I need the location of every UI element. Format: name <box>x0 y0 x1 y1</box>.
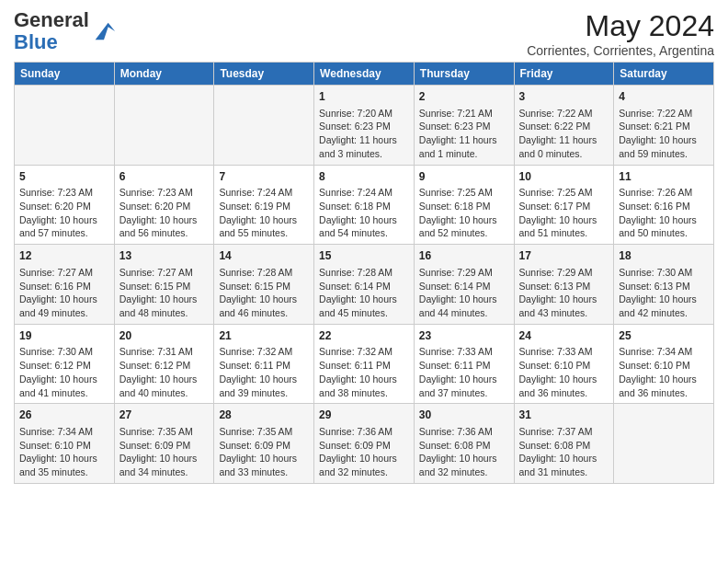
location-subtitle: Corrientes, Corrientes, Argentina <box>527 43 714 58</box>
calendar-cell: 15Sunrise: 7:28 AM Sunset: 6:14 PM Dayli… <box>314 245 415 325</box>
calendar-cell <box>114 86 214 166</box>
calendar-cell: 22Sunrise: 7:32 AM Sunset: 6:11 PM Dayli… <box>314 324 415 404</box>
day-info: Sunrise: 7:30 AM Sunset: 6:12 PM Dayligh… <box>19 346 97 397</box>
day-number: 18 <box>619 248 709 264</box>
day-number: 10 <box>519 169 609 185</box>
calendar-cell: 25Sunrise: 7:34 AM Sunset: 6:10 PM Dayli… <box>614 324 714 404</box>
day-info: Sunrise: 7:36 AM Sunset: 6:08 PM Dayligh… <box>419 426 497 477</box>
day-info: Sunrise: 7:34 AM Sunset: 6:10 PM Dayligh… <box>19 426 97 477</box>
calendar-cell: 19Sunrise: 7:30 AM Sunset: 6:12 PM Dayli… <box>15 324 115 404</box>
calendar-cell: 7Sunrise: 7:24 AM Sunset: 6:19 PM Daylig… <box>214 165 314 245</box>
day-info: Sunrise: 7:24 AM Sunset: 6:19 PM Dayligh… <box>219 187 297 238</box>
calendar-cell: 16Sunrise: 7:29 AM Sunset: 6:14 PM Dayli… <box>414 245 514 325</box>
calendar-cell: 23Sunrise: 7:33 AM Sunset: 6:11 PM Dayli… <box>414 324 514 404</box>
calendar-cell: 1Sunrise: 7:20 AM Sunset: 6:23 PM Daylig… <box>314 86 415 166</box>
logo: General Blue <box>14 9 117 53</box>
logo-blue: Blue <box>14 30 58 53</box>
day-info: Sunrise: 7:23 AM Sunset: 6:20 PM Dayligh… <box>119 187 198 238</box>
day-number: 2 <box>419 89 509 105</box>
calendar-week-4: 19Sunrise: 7:30 AM Sunset: 6:12 PM Dayli… <box>15 324 714 404</box>
col-tuesday: Tuesday <box>214 63 314 86</box>
day-number: 8 <box>319 169 409 185</box>
calendar-cell: 10Sunrise: 7:25 AM Sunset: 6:17 PM Dayli… <box>514 165 614 245</box>
calendar-cell: 6Sunrise: 7:23 AM Sunset: 6:20 PM Daylig… <box>114 165 214 245</box>
day-number: 5 <box>19 169 109 185</box>
day-info: Sunrise: 7:22 AM Sunset: 6:22 PM Dayligh… <box>519 108 597 159</box>
calendar-cell: 29Sunrise: 7:36 AM Sunset: 6:09 PM Dayli… <box>314 404 415 484</box>
svg-marker-0 <box>96 23 115 40</box>
day-number: 3 <box>519 89 609 105</box>
calendar-week-1: 1Sunrise: 7:20 AM Sunset: 6:23 PM Daylig… <box>15 86 714 166</box>
day-info: Sunrise: 7:31 AM Sunset: 6:12 PM Dayligh… <box>119 346 198 397</box>
day-number: 21 <box>219 328 309 344</box>
day-number: 22 <box>319 328 409 344</box>
calendar-cell: 8Sunrise: 7:24 AM Sunset: 6:18 PM Daylig… <box>314 165 415 245</box>
calendar-cell: 28Sunrise: 7:35 AM Sunset: 6:09 PM Dayli… <box>214 404 314 484</box>
day-number: 29 <box>319 408 409 423</box>
day-number: 25 <box>619 328 709 344</box>
day-info: Sunrise: 7:28 AM Sunset: 6:15 PM Dayligh… <box>219 267 297 318</box>
day-number: 11 <box>619 169 709 185</box>
day-info: Sunrise: 7:37 AM Sunset: 6:08 PM Dayligh… <box>519 426 597 477</box>
month-title: May 2024 <box>527 9 714 43</box>
calendar-cell: 4Sunrise: 7:22 AM Sunset: 6:21 PM Daylig… <box>614 86 714 166</box>
logo-icon <box>91 18 117 44</box>
day-info: Sunrise: 7:22 AM Sunset: 6:21 PM Dayligh… <box>619 108 697 159</box>
day-number: 26 <box>19 408 109 423</box>
day-number: 23 <box>419 328 509 344</box>
day-number: 27 <box>119 408 210 423</box>
day-number: 14 <box>219 248 309 264</box>
day-number: 24 <box>519 328 609 344</box>
col-saturday: Saturday <box>614 63 714 86</box>
day-info: Sunrise: 7:35 AM Sunset: 6:09 PM Dayligh… <box>219 426 297 477</box>
calendar-cell <box>15 86 115 166</box>
day-info: Sunrise: 7:25 AM Sunset: 6:18 PM Dayligh… <box>419 187 497 238</box>
header-row: Sunday Monday Tuesday Wednesday Thursday… <box>15 63 714 86</box>
calendar-week-3: 12Sunrise: 7:27 AM Sunset: 6:16 PM Dayli… <box>15 245 714 325</box>
calendar-table: Sunday Monday Tuesday Wednesday Thursday… <box>14 62 714 484</box>
day-number: 7 <box>219 169 309 185</box>
calendar-week-2: 5Sunrise: 7:23 AM Sunset: 6:20 PM Daylig… <box>15 165 714 245</box>
col-wednesday: Wednesday <box>314 63 415 86</box>
day-info: Sunrise: 7:32 AM Sunset: 6:11 PM Dayligh… <box>319 346 397 397</box>
day-info: Sunrise: 7:24 AM Sunset: 6:18 PM Dayligh… <box>319 187 397 238</box>
calendar-cell <box>214 86 314 166</box>
day-info: Sunrise: 7:23 AM Sunset: 6:20 PM Dayligh… <box>19 187 97 238</box>
col-monday: Monday <box>114 63 214 86</box>
day-info: Sunrise: 7:35 AM Sunset: 6:09 PM Dayligh… <box>119 426 198 477</box>
calendar-cell: 31Sunrise: 7:37 AM Sunset: 6:08 PM Dayli… <box>514 404 614 484</box>
day-number: 19 <box>19 328 109 344</box>
calendar-cell: 27Sunrise: 7:35 AM Sunset: 6:09 PM Dayli… <box>114 404 214 484</box>
col-friday: Friday <box>514 63 614 86</box>
logo-general: General <box>14 8 89 31</box>
calendar-cell: 24Sunrise: 7:33 AM Sunset: 6:10 PM Dayli… <box>514 324 614 404</box>
day-number: 31 <box>519 408 609 423</box>
day-info: Sunrise: 7:33 AM Sunset: 6:11 PM Dayligh… <box>419 346 497 397</box>
day-number: 17 <box>519 248 609 264</box>
day-number: 13 <box>119 248 210 264</box>
day-number: 6 <box>119 169 210 185</box>
day-number: 9 <box>419 169 509 185</box>
page-header: General Blue May 2024 Corrientes, Corrie… <box>14 9 714 58</box>
day-info: Sunrise: 7:36 AM Sunset: 6:09 PM Dayligh… <box>319 426 397 477</box>
day-number: 4 <box>619 89 709 105</box>
calendar-cell: 14Sunrise: 7:28 AM Sunset: 6:15 PM Dayli… <box>214 245 314 325</box>
col-thursday: Thursday <box>414 63 514 86</box>
day-number: 1 <box>319 89 409 105</box>
logo-text: General Blue <box>14 9 89 53</box>
calendar-cell: 26Sunrise: 7:34 AM Sunset: 6:10 PM Dayli… <box>15 404 115 484</box>
day-info: Sunrise: 7:32 AM Sunset: 6:11 PM Dayligh… <box>219 346 297 397</box>
day-number: 12 <box>19 248 109 264</box>
calendar-cell: 3Sunrise: 7:22 AM Sunset: 6:22 PM Daylig… <box>514 86 614 166</box>
day-number: 16 <box>419 248 509 264</box>
calendar-cell: 17Sunrise: 7:29 AM Sunset: 6:13 PM Dayli… <box>514 245 614 325</box>
col-sunday: Sunday <box>15 63 115 86</box>
calendar-cell: 30Sunrise: 7:36 AM Sunset: 6:08 PM Dayli… <box>414 404 514 484</box>
calendar-cell: 18Sunrise: 7:30 AM Sunset: 6:13 PM Dayli… <box>614 245 714 325</box>
calendar-cell: 11Sunrise: 7:26 AM Sunset: 6:16 PM Dayli… <box>614 165 714 245</box>
day-info: Sunrise: 7:29 AM Sunset: 6:13 PM Dayligh… <box>519 267 597 318</box>
day-info: Sunrise: 7:26 AM Sunset: 6:16 PM Dayligh… <box>619 187 697 238</box>
day-number: 20 <box>119 328 210 344</box>
calendar-cell: 20Sunrise: 7:31 AM Sunset: 6:12 PM Dayli… <box>114 324 214 404</box>
day-info: Sunrise: 7:33 AM Sunset: 6:10 PM Dayligh… <box>519 346 597 397</box>
